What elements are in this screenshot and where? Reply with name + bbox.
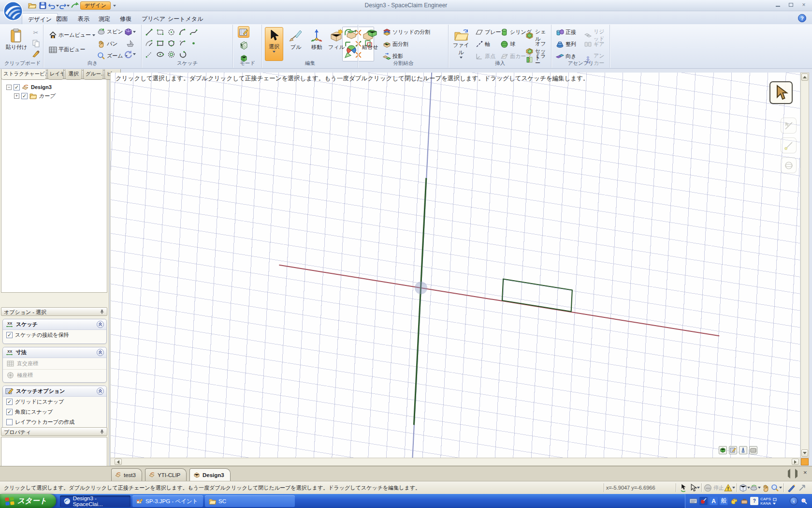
- sketch-construction-line-tool[interactable]: [144, 49, 154, 59]
- status-pointer-button[interactable]: [797, 483, 807, 493]
- dimension-chevron-icon[interactable]: [97, 349, 104, 356]
- options-pin-icon[interactable]: [100, 309, 104, 314]
- design-canvas[interactable]: クリックして選択します。ダブルクリックして正接チェーンを選択します。もう一度ダブ…: [110, 73, 800, 458]
- task-paint[interactable]: SP-3.JPG - ペイント: [132, 495, 203, 507]
- ime-conversion-mode[interactable]: 般: [720, 497, 728, 505]
- sphere-button[interactable]: 球: [499, 40, 516, 49]
- sketch-sweep-arc-tool[interactable]: [177, 38, 187, 48]
- polar-option[interactable]: 極座標: [3, 370, 106, 381]
- collapse-toggle[interactable]: −: [6, 85, 12, 90]
- insert-file-button[interactable]: ファイル: [451, 27, 471, 64]
- replace-face-button[interactable]: [346, 29, 357, 40]
- status-select-new-button[interactable]: [678, 483, 689, 493]
- fly-view-button[interactable]: [125, 38, 135, 48]
- select-button[interactable]: 選択: [265, 27, 283, 61]
- options-sketch-header[interactable]: XX スケッチ: [3, 319, 106, 330]
- status-sketch-button[interactable]: [786, 483, 797, 493]
- split-solid-button[interactable]: ソリッドの分割: [382, 28, 431, 37]
- sketchopts-chevron-icon[interactable]: [97, 388, 104, 395]
- dock-tab-groups[interactable]: グルー...: [83, 69, 103, 80]
- cut-button[interactable]: ✂: [31, 28, 41, 37]
- align-button[interactable]: 整列: [555, 40, 577, 49]
- ime-help-icon[interactable]: ?: [750, 497, 758, 505]
- status-select-tool-button[interactable]: [689, 483, 699, 493]
- tab-sheetmetal[interactable]: シートメタル: [162, 13, 209, 24]
- sketch-line-tool[interactable]: [144, 27, 154, 37]
- task-design3[interactable]: Design3 - SpaceClai...: [60, 495, 130, 507]
- sketch-point-tool[interactable]: [188, 38, 198, 48]
- float-rotate-button[interactable]: [781, 157, 797, 173]
- scroll-up-button[interactable]: [801, 74, 808, 81]
- ime-mini-buttons[interactable]: [773, 498, 777, 505]
- fill-button[interactable]: フィル: [327, 27, 346, 61]
- close-button[interactable]: ×: [798, 1, 810, 9]
- resize-grip[interactable]: [801, 458, 809, 465]
- scroll-down-button[interactable]: [801, 449, 808, 457]
- sketch-rectangle-tool[interactable]: [155, 27, 165, 37]
- combine-button[interactable]: 組合せ: [361, 27, 380, 61]
- help-button[interactable]: ?: [798, 14, 806, 22]
- tree-item-curves[interactable]: + ✓ カーブ: [14, 92, 55, 100]
- snap-grid-checkbox[interactable]: ✓: [6, 399, 13, 405]
- status-view-button[interactable]: [739, 483, 750, 493]
- status-zoom-button[interactable]: [771, 483, 782, 493]
- dock-tab-selection[interactable]: 選択: [65, 69, 82, 80]
- sketch-vertical-line[interactable]: [413, 178, 427, 425]
- sketch-polygon-tool[interactable]: [166, 49, 176, 59]
- tray-search-icon[interactable]: [800, 497, 808, 505]
- keep-connection-checkbox[interactable]: ✓: [6, 332, 13, 338]
- options-sketchopts-header[interactable]: スケッチオプション: [3, 386, 106, 397]
- layout-curve-checkbox[interactable]: [6, 419, 13, 425]
- view-orientation-button[interactable]: [125, 27, 135, 37]
- status-pan-button[interactable]: [760, 483, 771, 493]
- tray-collapse-button[interactable]: ‹: [790, 497, 798, 505]
- origin-marker[interactable]: [415, 282, 427, 294]
- format-paint-button[interactable]: [31, 49, 41, 59]
- properties-pin-icon[interactable]: [100, 429, 104, 434]
- stop-button[interactable]: stop 停止: [704, 483, 724, 493]
- ime-toolbox-icon[interactable]: [740, 497, 748, 505]
- split-face-button[interactable]: 面分割: [382, 40, 409, 49]
- scroll-right-button[interactable]: [792, 459, 799, 465]
- ime-palette-icon[interactable]: [730, 497, 738, 505]
- tangent-button[interactable]: 正接: [555, 28, 577, 37]
- spaceclaim-logo[interactable]: [2, 0, 24, 22]
- x-axis-line[interactable]: [279, 265, 719, 336]
- spin-button[interactable]: スピン: [96, 27, 129, 36]
- doc-tab-scroll-right[interactable]: [795, 471, 798, 477]
- horizontal-scrollbar[interactable]: [110, 458, 800, 466]
- scroll-left-button[interactable]: [115, 459, 122, 465]
- warnings-button[interactable]: [724, 483, 735, 493]
- keep-connection-option[interactable]: ✓ スケッチの接続を保持: [3, 330, 106, 340]
- sketch-view-toggle[interactable]: [729, 446, 737, 454]
- sketch-spline-tool[interactable]: [188, 27, 198, 37]
- doc-tab-yti-clip[interactable]: YTI-CLIP: [145, 468, 187, 481]
- sketch-circle-tool[interactable]: [166, 27, 176, 37]
- sketch-ellipse-tool[interactable]: [155, 49, 165, 59]
- dock-tab-structure[interactable]: ストラクチャービ...: [1, 69, 46, 80]
- gear-button[interactable]: ギア: [583, 40, 606, 49]
- snap-grid-option[interactable]: ✓ グリッドにスナップ: [3, 397, 106, 407]
- float-select-line-button[interactable]: [781, 118, 797, 134]
- tab-repair[interactable]: 修復: [114, 13, 137, 24]
- curves-visibility-checkbox[interactable]: ✓: [21, 93, 28, 99]
- sketch-mode-button[interactable]: [238, 26, 249, 38]
- ime-input-mode[interactable]: A: [710, 497, 718, 505]
- collapse-chevron-icon[interactable]: [97, 321, 104, 328]
- pull-button[interactable]: プル: [286, 27, 306, 61]
- snap-angle-checkbox[interactable]: ✓: [6, 409, 13, 415]
- grid-toggle[interactable]: [749, 446, 757, 454]
- float-select-button[interactable]: [769, 81, 793, 104]
- sketch-3pt-rectangle-tool[interactable]: [155, 38, 165, 48]
- status-spin-button[interactable]: [750, 483, 760, 493]
- vertical-scrollbar[interactable]: [800, 73, 809, 458]
- doc-tab-test3[interactable]: test3: [111, 468, 142, 481]
- dock-tab-layers[interactable]: レイヤ: [47, 69, 64, 80]
- tray-keyboard-icon[interactable]: [689, 497, 697, 505]
- move-button[interactable]: 移動: [307, 27, 326, 61]
- pan-button[interactable]: パン: [96, 39, 119, 48]
- solid-view-toggle[interactable]: [719, 446, 727, 454]
- design3-visibility-checkbox[interactable]: ✓: [14, 84, 20, 90]
- tab-measure[interactable]: 測定: [93, 13, 116, 24]
- home-view-button[interactable]: ホームビュー: [48, 30, 96, 40]
